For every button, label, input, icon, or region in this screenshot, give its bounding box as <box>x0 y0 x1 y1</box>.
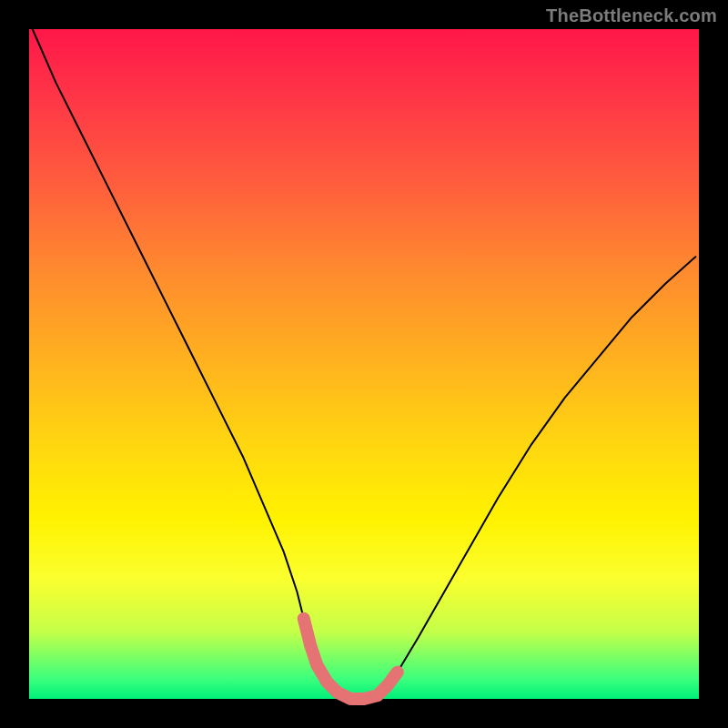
plot-area <box>29 29 699 699</box>
main-curve <box>33 29 696 699</box>
curve-svg <box>29 29 699 699</box>
chart-frame: TheBottleneck.com <box>0 0 728 728</box>
watermark-text: TheBottleneck.com <box>546 5 717 26</box>
critical-band <box>304 619 398 699</box>
